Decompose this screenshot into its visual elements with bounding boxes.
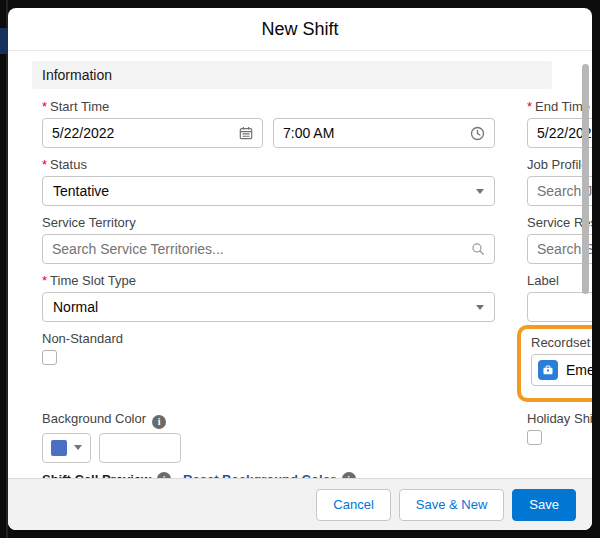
calendar-icon[interactable]	[239, 126, 253, 140]
required-asterisk: *	[42, 273, 47, 288]
field-time-slot-type: *Time Slot Type Normal	[42, 273, 495, 322]
modal-header: New Shift	[8, 8, 592, 51]
form-grid: *Start Time	[32, 99, 552, 478]
background-color-label: Background Colori	[42, 411, 495, 429]
color-swatch	[51, 440, 67, 456]
modal-body: Information *Start Time	[8, 51, 592, 478]
time-slot-type-select[interactable]: Normal	[42, 292, 495, 322]
required-asterisk: *	[42, 157, 47, 172]
save-button[interactable]: Save	[512, 489, 576, 521]
info-icon[interactable]: i	[157, 472, 171, 478]
start-date-input[interactable]	[42, 118, 263, 148]
annotation-highlight-box: Recordset Filter Criteria Emergency Only…	[517, 325, 592, 402]
cancel-button[interactable]: Cancel	[316, 489, 390, 521]
info-icon[interactable]: i	[152, 415, 166, 429]
shift-cell-preview-label: Shift Cell Preview	[42, 472, 151, 479]
time-slot-type-selected-value: Normal	[53, 299, 98, 315]
non-standard-checkbox[interactable]	[42, 350, 57, 365]
holiday-shift-label: Holiday Shift	[527, 411, 592, 426]
search-icon	[471, 242, 485, 256]
new-shift-modal: New Shift Information *Start Time	[8, 8, 592, 530]
field-shift-cell-preview: Shift Cell Preview i Reset Background Co…	[42, 472, 592, 479]
background-header-strip	[0, 28, 8, 54]
start-time-value[interactable]	[283, 125, 464, 141]
modal-footer: Cancel Save & New Save	[8, 478, 592, 530]
start-time-label: *Start Time	[42, 99, 495, 114]
field-background-color: Background Colori	[42, 411, 495, 463]
chevron-down-icon	[476, 305, 484, 310]
status-selected-value: Tentative	[53, 183, 109, 199]
holiday-shift-checkbox[interactable]	[527, 430, 542, 445]
non-standard-label: Non-Standard	[42, 331, 495, 346]
background-color-input[interactable]	[99, 433, 181, 463]
service-territory-lookup[interactable]	[42, 234, 495, 264]
field-status: *Status Tentative	[42, 157, 495, 206]
color-swatch-button[interactable]	[42, 433, 91, 463]
field-recordset-filter-criteria: Recordset Filter Criteria Emergency Only…	[527, 331, 592, 402]
status-select[interactable]: Tentative	[42, 176, 495, 206]
start-date-value[interactable]	[52, 125, 233, 141]
recordset-filter-criteria-value: Emergency Only	[566, 362, 592, 378]
service-territory-label: Service Territory	[42, 215, 495, 230]
start-time-input[interactable]	[273, 118, 495, 148]
info-icon[interactable]: i	[342, 472, 356, 478]
vertical-scrollbar[interactable]	[582, 64, 589, 294]
time-slot-type-label: *Time Slot Type	[42, 273, 495, 288]
section-header-information: Information	[32, 61, 552, 89]
label-input[interactable]	[537, 299, 592, 315]
chevron-down-icon	[74, 445, 82, 450]
field-start-time: *Start Time	[42, 99, 495, 148]
field-service-territory: Service Territory	[42, 215, 495, 264]
clock-icon[interactable]	[470, 126, 485, 141]
reset-background-color-link[interactable]: Reset Background Color	[183, 472, 335, 479]
section-title: Information	[42, 67, 112, 83]
recordset-filter-criteria-pill[interactable]: Emergency Only ✕	[531, 354, 592, 386]
field-holiday-shift: Holiday Shift	[527, 411, 592, 449]
label-input-wrap[interactable]	[527, 292, 592, 322]
field-non-standard: Non-Standard	[42, 331, 495, 369]
status-label: *Status	[42, 157, 495, 172]
required-asterisk: *	[527, 99, 532, 114]
chevron-down-icon	[476, 189, 484, 194]
recordset-filter-criteria-icon	[538, 360, 558, 380]
save-and-new-button[interactable]: Save & New	[399, 489, 505, 521]
recordset-filter-criteria-label: Recordset Filter Criteria	[531, 335, 592, 350]
service-territory-search-input[interactable]	[52, 241, 465, 257]
page-title: New Shift	[261, 19, 338, 40]
required-asterisk: *	[42, 99, 47, 114]
